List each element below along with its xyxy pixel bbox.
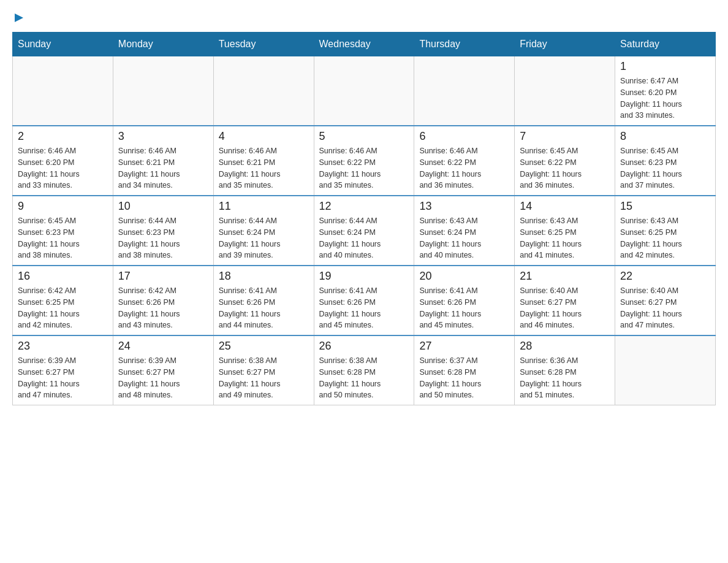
day-number: 28	[520, 340, 610, 353]
calendar-cell: 12Sunrise: 6:44 AMSunset: 6:24 PMDayligh…	[314, 196, 414, 266]
day-number: 12	[319, 200, 409, 213]
calendar-week-3: 9Sunrise: 6:45 AMSunset: 6:23 PMDaylight…	[13, 196, 716, 266]
day-number: 14	[520, 200, 610, 213]
calendar-cell: 25Sunrise: 6:38 AMSunset: 6:27 PMDayligh…	[213, 335, 314, 405]
day-number: 2	[18, 130, 108, 143]
calendar-cell	[414, 56, 515, 126]
calendar-cell: 3Sunrise: 6:46 AMSunset: 6:21 PMDaylight…	[113, 126, 213, 196]
day-number: 22	[620, 270, 710, 283]
day-info: Sunrise: 6:41 AMSunset: 6:26 PMDaylight:…	[219, 285, 309, 331]
day-info: Sunrise: 6:44 AMSunset: 6:24 PMDaylight:…	[219, 215, 309, 261]
calendar-week-2: 2Sunrise: 6:46 AMSunset: 6:20 PMDaylight…	[13, 126, 716, 196]
logo	[12, 12, 25, 26]
day-info: Sunrise: 6:42 AMSunset: 6:26 PMDaylight:…	[118, 285, 208, 331]
day-number: 19	[319, 270, 409, 283]
calendar-week-1: 1Sunrise: 6:47 AMSunset: 6:20 PMDaylight…	[13, 56, 716, 126]
day-info: Sunrise: 6:39 AMSunset: 6:27 PMDaylight:…	[118, 355, 208, 401]
day-info: Sunrise: 6:46 AMSunset: 6:21 PMDaylight:…	[219, 145, 309, 191]
calendar-week-5: 23Sunrise: 6:39 AMSunset: 6:27 PMDayligh…	[13, 335, 716, 405]
day-number: 24	[118, 340, 208, 353]
day-number: 8	[620, 130, 710, 143]
day-number: 16	[18, 270, 108, 283]
day-number: 15	[620, 200, 710, 213]
calendar-cell: 20Sunrise: 6:41 AMSunset: 6:26 PMDayligh…	[414, 266, 515, 335]
calendar-cell: 22Sunrise: 6:40 AMSunset: 6:27 PMDayligh…	[615, 266, 716, 335]
calendar-cell: 5Sunrise: 6:46 AMSunset: 6:22 PMDaylight…	[314, 126, 414, 196]
day-info: Sunrise: 6:46 AMSunset: 6:22 PMDaylight:…	[319, 145, 409, 191]
day-info: Sunrise: 6:38 AMSunset: 6:27 PMDaylight:…	[219, 355, 309, 401]
day-number: 7	[520, 130, 610, 143]
day-number: 6	[419, 130, 509, 143]
day-info: Sunrise: 6:43 AMSunset: 6:25 PMDaylight:…	[620, 215, 710, 261]
weekday-header-wednesday: Wednesday	[314, 33, 414, 56]
day-number: 17	[118, 270, 208, 283]
day-info: Sunrise: 6:40 AMSunset: 6:27 PMDaylight:…	[520, 285, 610, 331]
calendar-table: SundayMondayTuesdayWednesdayThursdayFrid…	[12, 32, 716, 405]
calendar-cell: 21Sunrise: 6:40 AMSunset: 6:27 PMDayligh…	[515, 266, 615, 335]
weekday-header-monday: Monday	[113, 33, 213, 56]
day-info: Sunrise: 6:44 AMSunset: 6:24 PMDaylight:…	[319, 215, 409, 261]
calendar-cell	[515, 56, 615, 126]
day-info: Sunrise: 6:41 AMSunset: 6:26 PMDaylight:…	[419, 285, 509, 331]
calendar-cell	[113, 56, 213, 126]
day-info: Sunrise: 6:44 AMSunset: 6:23 PMDaylight:…	[118, 215, 208, 261]
day-info: Sunrise: 6:38 AMSunset: 6:28 PMDaylight:…	[319, 355, 409, 401]
day-number: 27	[419, 340, 509, 353]
calendar-cell: 17Sunrise: 6:42 AMSunset: 6:26 PMDayligh…	[113, 266, 213, 335]
calendar-cell	[615, 335, 716, 405]
day-number: 25	[219, 340, 309, 353]
day-info: Sunrise: 6:46 AMSunset: 6:22 PMDaylight:…	[419, 145, 509, 191]
day-number: 13	[419, 200, 509, 213]
day-info: Sunrise: 6:45 AMSunset: 6:23 PMDaylight:…	[18, 215, 108, 261]
calendar-cell: 7Sunrise: 6:45 AMSunset: 6:22 PMDaylight…	[515, 126, 615, 196]
day-number: 26	[319, 340, 409, 353]
weekday-header-saturday: Saturday	[615, 33, 716, 56]
calendar-cell: 18Sunrise: 6:41 AMSunset: 6:26 PMDayligh…	[213, 266, 314, 335]
page-header	[12, 12, 716, 26]
calendar-cell: 10Sunrise: 6:44 AMSunset: 6:23 PMDayligh…	[113, 196, 213, 266]
day-number: 4	[219, 130, 309, 143]
calendar-cell: 8Sunrise: 6:45 AMSunset: 6:23 PMDaylight…	[615, 126, 716, 196]
weekday-header-sunday: Sunday	[13, 33, 113, 56]
day-info: Sunrise: 6:45 AMSunset: 6:22 PMDaylight:…	[520, 145, 610, 191]
day-info: Sunrise: 6:47 AMSunset: 6:20 PMDaylight:…	[620, 75, 710, 121]
day-info: Sunrise: 6:36 AMSunset: 6:28 PMDaylight:…	[520, 355, 610, 401]
day-number: 11	[219, 200, 309, 213]
calendar-cell: 16Sunrise: 6:42 AMSunset: 6:25 PMDayligh…	[13, 266, 113, 335]
day-number: 18	[219, 270, 309, 283]
day-number: 23	[18, 340, 108, 353]
day-number: 5	[319, 130, 409, 143]
calendar-cell	[13, 56, 113, 126]
day-info: Sunrise: 6:37 AMSunset: 6:28 PMDaylight:…	[419, 355, 509, 401]
calendar-week-4: 16Sunrise: 6:42 AMSunset: 6:25 PMDayligh…	[13, 266, 716, 335]
calendar-cell: 23Sunrise: 6:39 AMSunset: 6:27 PMDayligh…	[13, 335, 113, 405]
day-info: Sunrise: 6:41 AMSunset: 6:26 PMDaylight:…	[319, 285, 409, 331]
day-info: Sunrise: 6:45 AMSunset: 6:23 PMDaylight:…	[620, 145, 710, 191]
day-info: Sunrise: 6:39 AMSunset: 6:27 PMDaylight:…	[18, 355, 108, 401]
calendar-cell: 27Sunrise: 6:37 AMSunset: 6:28 PMDayligh…	[414, 335, 515, 405]
day-info: Sunrise: 6:43 AMSunset: 6:24 PMDaylight:…	[419, 215, 509, 261]
calendar-cell: 9Sunrise: 6:45 AMSunset: 6:23 PMDaylight…	[13, 196, 113, 266]
logo-triangle-icon	[13, 12, 25, 26]
weekday-header-thursday: Thursday	[414, 33, 515, 56]
calendar-cell: 28Sunrise: 6:36 AMSunset: 6:28 PMDayligh…	[515, 335, 615, 405]
calendar-cell: 14Sunrise: 6:43 AMSunset: 6:25 PMDayligh…	[515, 196, 615, 266]
day-number: 20	[419, 270, 509, 283]
calendar-cell: 26Sunrise: 6:38 AMSunset: 6:28 PMDayligh…	[314, 335, 414, 405]
calendar-cell: 2Sunrise: 6:46 AMSunset: 6:20 PMDaylight…	[13, 126, 113, 196]
day-number: 9	[18, 200, 108, 213]
calendar-cell	[213, 56, 314, 126]
weekday-header-tuesday: Tuesday	[213, 33, 314, 56]
day-number: 3	[118, 130, 208, 143]
day-info: Sunrise: 6:46 AMSunset: 6:20 PMDaylight:…	[18, 145, 108, 191]
calendar-cell: 13Sunrise: 6:43 AMSunset: 6:24 PMDayligh…	[414, 196, 515, 266]
calendar-cell	[314, 56, 414, 126]
day-number: 1	[620, 60, 710, 73]
calendar-cell: 6Sunrise: 6:46 AMSunset: 6:22 PMDaylight…	[414, 126, 515, 196]
calendar-cell: 19Sunrise: 6:41 AMSunset: 6:26 PMDayligh…	[314, 266, 414, 335]
day-info: Sunrise: 6:42 AMSunset: 6:25 PMDaylight:…	[18, 285, 108, 331]
calendar-cell: 15Sunrise: 6:43 AMSunset: 6:25 PMDayligh…	[615, 196, 716, 266]
day-info: Sunrise: 6:46 AMSunset: 6:21 PMDaylight:…	[118, 145, 208, 191]
day-number: 10	[118, 200, 208, 213]
calendar-cell: 11Sunrise: 6:44 AMSunset: 6:24 PMDayligh…	[213, 196, 314, 266]
